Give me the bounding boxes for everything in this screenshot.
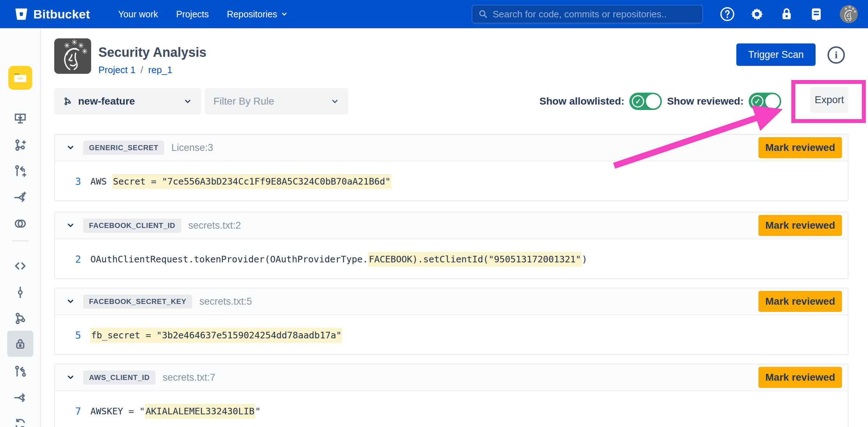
toggle-group: Show allowlisted: ✓ Show reviewed: ✓ xyxy=(535,90,781,113)
finding-header: FACEBOOK_SECRET_KEY secrets.txt:5 Mark r… xyxy=(55,288,848,315)
secret-highlight: AKIALALEMEL332430LIB xyxy=(145,404,255,419)
check-icon: ✓ xyxy=(632,95,644,107)
source-code-icon xyxy=(13,259,27,273)
breadcrumb: Project 1 / rep_1 xyxy=(98,64,172,76)
finding-card: AWS_CLIENT_ID secrets.txt:7 Mark reviewe… xyxy=(54,364,848,427)
compare-fork-icon xyxy=(13,191,27,204)
lock-icon[interactable] xyxy=(778,6,795,22)
sidebar-item-pull-requests[interactable] xyxy=(9,360,32,383)
page-title: Security Analysis xyxy=(98,45,207,60)
svg-text:✳: ✳ xyxy=(82,47,88,56)
secret-highlight: fb_secret = "3b2e464637e5159024254dd78aa… xyxy=(90,328,342,343)
folder-code-icon: <> xyxy=(12,70,28,86)
branch-icon xyxy=(63,97,72,106)
export-button[interactable]: Export xyxy=(810,87,848,113)
user-avatar[interactable]: ✳✳✳✳ xyxy=(840,5,858,23)
svg-text:✳: ✳ xyxy=(848,5,851,9)
finding-location: secrets.txt:5 xyxy=(199,296,252,307)
forks-icon xyxy=(13,391,27,405)
finding-code-row: 2 OAuthClientRequest.tokenProvider(OAuth… xyxy=(55,239,848,279)
finding-location: secrets.txt:2 xyxy=(188,220,241,231)
avatar-face-art-icon: ✳✳✳✳ xyxy=(54,38,91,74)
breadcrumb-repo-link[interactable]: rep_1 xyxy=(148,64,173,76)
chevron-down-icon[interactable] xyxy=(65,296,76,307)
help-icon[interactable] xyxy=(719,6,736,22)
search-icon xyxy=(478,9,488,19)
sidebar-item-venn[interactable] xyxy=(9,212,32,235)
sidebar-item-branches[interactable] xyxy=(9,307,32,330)
chevron-down-icon[interactable] xyxy=(65,142,76,153)
nav-item-projects[interactable]: Projects xyxy=(176,9,209,20)
mark-reviewed-button[interactable]: Mark reviewed xyxy=(758,215,842,236)
sidebar-item-create-pull-request[interactable] xyxy=(9,160,32,183)
show-allowlisted-toggle[interactable]: ✓ xyxy=(629,93,662,110)
create-pull-request-icon xyxy=(13,164,27,178)
feedback-icon[interactable] xyxy=(808,6,825,22)
code-line: AWSKEY = "AKIALALEMEL332430LIB" xyxy=(90,406,261,417)
trigger-scan-button[interactable]: Trigger Scan xyxy=(736,43,816,66)
secret-highlight: FACEBOOK).setClientId("950513172001321" xyxy=(368,252,582,267)
sync-icon xyxy=(13,417,27,427)
rule-badge: FACEBOOK_SECRET_KEY xyxy=(83,295,192,309)
sidebar-divider xyxy=(12,240,29,241)
nav-item-repositories[interactable]: Repositories xyxy=(227,9,288,20)
svg-text:✳: ✳ xyxy=(844,7,848,11)
secret-highlight: Secret = "7ce556A3bD234Cc1Ff9E8A5C324C0b… xyxy=(112,174,391,189)
bitbucket-logo[interactable]: Bitbucket xyxy=(14,7,90,22)
svg-text:✳: ✳ xyxy=(71,38,77,47)
show-allowlisted-label: Show allowlisted: xyxy=(539,96,624,107)
sidebar-item-clone[interactable] xyxy=(9,106,32,130)
mark-reviewed-button[interactable]: Mark reviewed xyxy=(758,137,842,158)
finding-header: FACEBOOK_CLIENT_ID secrets.txt:2 Mark re… xyxy=(55,212,848,239)
finding-header: GENERIC_SECRET License:3 Mark reviewed xyxy=(55,135,848,161)
code-line-number: 5 xyxy=(69,330,81,341)
sidebar-item-compare[interactable] xyxy=(9,186,32,209)
finding-code-row: 3 AWS Secret = "7ce556A3bD234Cc1Ff9E8A5C… xyxy=(55,161,848,201)
code-line: fb_secret = "3b2e464637e5159024254dd78aa… xyxy=(90,330,342,341)
clone-icon xyxy=(13,111,27,125)
rule-badge: GENERIC_SECRET xyxy=(83,141,164,155)
pull-requests-icon xyxy=(13,365,27,379)
mark-reviewed-button[interactable]: Mark reviewed xyxy=(758,367,842,388)
rule-badge: AWS_CLIENT_ID xyxy=(83,371,156,385)
finding-location: secrets.txt:7 xyxy=(163,372,216,383)
page-avatar: ✳✳✳✳ xyxy=(54,38,91,74)
gear-icon[interactable] xyxy=(749,6,765,22)
sidebar-item-commits[interactable] xyxy=(9,281,32,304)
show-reviewed-toggle[interactable]: ✓ xyxy=(749,93,781,110)
finding-code-row: 5 fb_secret = "3b2e464637e5159024254dd78… xyxy=(55,315,848,355)
branches-icon xyxy=(13,312,27,325)
code-line-number: 7 xyxy=(69,406,81,417)
svg-text:✳: ✳ xyxy=(64,41,70,50)
sidebar-item-security[interactable] xyxy=(7,331,33,357)
security-lock-icon xyxy=(13,337,27,351)
chevron-down-icon[interactable] xyxy=(65,372,76,383)
rule-filter-placeholder: Filter By Rule xyxy=(213,96,274,107)
svg-text:<>: <> xyxy=(17,76,22,81)
branch-selector-dropdown[interactable]: new-feature xyxy=(54,88,201,115)
finding-card: FACEBOOK_SECRET_KEY secrets.txt:5 Mark r… xyxy=(54,288,848,355)
brand-name: Bitbucket xyxy=(33,7,90,21)
filter-by-rule-dropdown[interactable]: Filter By Rule xyxy=(205,88,348,115)
sidebar-item-sync[interactable] xyxy=(9,413,32,427)
search-input[interactable] xyxy=(493,9,697,20)
breadcrumb-project-link[interactable]: Project 1 xyxy=(98,64,136,76)
chevron-down-icon xyxy=(281,10,288,18)
code-line: OAuthClientRequest.tokenProvider(OAuthPr… xyxy=(90,254,587,265)
show-reviewed-label: Show reviewed: xyxy=(667,96,744,107)
sidebar-item-source[interactable] xyxy=(9,254,32,278)
sidebar-item-forks[interactable] xyxy=(9,386,32,409)
repo-avatar[interactable]: <> xyxy=(8,66,32,90)
chevron-down-icon[interactable] xyxy=(65,220,76,231)
svg-text:✳: ✳ xyxy=(854,9,857,14)
global-search[interactable] xyxy=(472,5,703,24)
nav-item-your-work[interactable]: Your work xyxy=(118,9,158,20)
avatar-face-art-icon: ✳✳✳✳ xyxy=(840,5,858,23)
chevron-down-icon xyxy=(330,97,340,106)
info-icon[interactable]: i xyxy=(827,46,845,64)
venn-icon xyxy=(13,217,27,231)
sidebar-item-create-branch[interactable] xyxy=(9,134,32,157)
bitbucket-bucket-icon xyxy=(14,7,29,22)
mark-reviewed-button[interactable]: Mark reviewed xyxy=(758,291,842,312)
nav-icon-group: ✳✳✳✳ xyxy=(719,5,858,23)
